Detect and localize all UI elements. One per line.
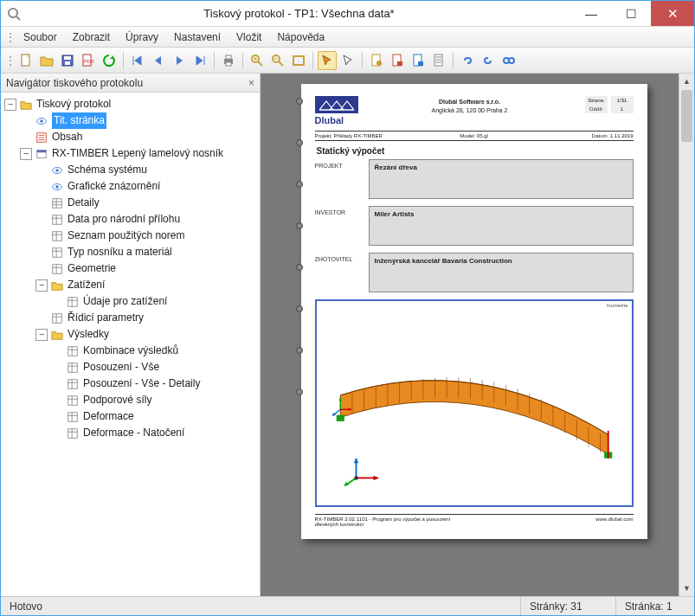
tree-item-posouzeni-detaily[interactable]: Posouzení - Vše - Detaily [4, 375, 258, 392]
scroll-thumb[interactable] [681, 90, 692, 142]
folder-icon [19, 98, 33, 112]
tree-item-geometrie[interactable]: Geometrie [4, 260, 258, 277]
svg-rect-56 [53, 264, 62, 273]
svg-line-12 [258, 61, 262, 66]
tree-item-deformace-natoceni[interactable]: Deformace - Natočení [4, 425, 258, 441]
menu-grip-icon: ⋮ [6, 31, 15, 43]
svg-rect-74 [68, 395, 78, 405]
link-b-button[interactable] [479, 51, 498, 70]
expand-toggle[interactable]: − [4, 99, 16, 111]
tree-item-seznam-norem[interactable]: Seznam použitých norem [4, 228, 258, 244]
navigator-close-button[interactable]: × [248, 77, 254, 89]
nav-last-button[interactable] [190, 51, 209, 70]
open-button[interactable] [37, 51, 56, 70]
nav-first-button[interactable] [128, 51, 147, 70]
isometric-diagram: Izometrie [315, 299, 634, 507]
export-pdf-button[interactable]: PDF [79, 51, 98, 70]
preview-area: Dlubal Dlubal Software s.r.o. Anglická 2… [261, 74, 694, 596]
expand-toggle[interactable]: − [35, 329, 48, 341]
svg-point-40 [55, 169, 59, 172]
doc-b-button[interactable] [388, 51, 407, 70]
tree-item-kombinace[interactable]: Kombinace výsledků [4, 343, 258, 359]
new-button[interactable] [16, 51, 35, 70]
close-button[interactable]: ✕ [651, 1, 694, 26]
scroll-up-button[interactable]: ▲ [679, 74, 694, 89]
zoom-out-button[interactable] [268, 51, 287, 70]
content-area: Navigátor tiskového protokolu × − Tiskov… [1, 74, 694, 596]
svg-text:PDF: PDF [84, 59, 94, 64]
tree-item-posouzeni-vse[interactable]: Posouzení - Vše [4, 359, 258, 375]
nav-next-button[interactable] [170, 51, 189, 70]
svg-point-30 [509, 58, 514, 63]
menu-zobrazit[interactable]: Zobrazit [66, 29, 117, 45]
tree-item-data-narodni[interactable]: Data pro národní přílohu [4, 211, 258, 228]
tree-item-schema[interactable]: Schéma systému [4, 162, 258, 178]
minimize-button[interactable]: — [571, 1, 611, 26]
maximize-button[interactable]: ☐ [611, 1, 651, 26]
status-page: Stránka: 1 [616, 597, 694, 615]
tree-item-typ-nosniku[interactable]: Typ nosníku a materiál [4, 244, 258, 260]
tree-item-ridici-param[interactable]: Řídicí parametry [4, 310, 258, 326]
save-button[interactable] [58, 51, 77, 70]
svg-rect-9 [226, 55, 231, 59]
tree-item-detaily[interactable]: Detaily [4, 195, 258, 211]
tree-root[interactable]: − Tiskový protokol [4, 96, 258, 112]
preview-viewport[interactable]: Dlubal Dlubal Software s.r.o. Anglická 2… [261, 74, 679, 596]
print-button[interactable] [219, 51, 238, 70]
svg-point-115 [354, 476, 358, 480]
svg-point-20 [376, 61, 382, 66]
tree-item-deformace[interactable]: Deformace [4, 408, 258, 425]
window-title: Tiskový protokol - TP1: Všechna data* [27, 7, 571, 20]
tree-item-vysledky[interactable]: −Výsledky [4, 326, 258, 343]
menu-nastaveni[interactable]: Nastavení [167, 29, 228, 45]
tree-item-udaje-zatizeni[interactable]: Údaje pro zatížení [4, 293, 258, 310]
selection-mode-button[interactable] [318, 51, 337, 70]
navigator-tree[interactable]: − Tiskový protokol Tit. stránka Obsah − [1, 93, 260, 596]
section-title: Statický výpočet [315, 141, 634, 159]
binder-holes [296, 98, 303, 504]
navigator-panel: Navigátor tiskového protokolu × − Tiskov… [1, 74, 261, 596]
svg-rect-71 [68, 379, 78, 388]
svg-rect-47 [53, 215, 62, 224]
zoom-fit-button[interactable] [289, 51, 308, 70]
svg-rect-38 [37, 150, 47, 152]
svg-rect-10 [226, 62, 231, 66]
tree-item-tit-stranka[interactable]: Tit. stránka [4, 112, 258, 129]
link-a-button[interactable] [458, 51, 477, 70]
toolbar-separator [362, 52, 363, 69]
app-window: Tiskový protokol - TP1: Všechna data* — … [0, 0, 695, 616]
zoom-in-button[interactable] [248, 51, 267, 70]
tree-item-rx-timber[interactable]: − RX-TIMBER Lepený lamelový nosník [4, 145, 258, 162]
toolbar-grip-icon: ⋮ [6, 55, 15, 67]
table-icon [50, 311, 64, 325]
nav-prev-button[interactable] [149, 51, 168, 70]
table-icon [66, 377, 80, 391]
menu-upravy[interactable]: Úpravy [119, 29, 165, 45]
menu-bar: ⋮ Soubor Zobrazit Úpravy Nastavení Vloži… [1, 27, 694, 48]
svg-rect-22 [397, 61, 402, 66]
tree-item-graficke[interactable]: Grafické znázornění [4, 178, 258, 195]
doc-a-button[interactable] [367, 51, 386, 70]
expand-toggle[interactable]: − [35, 279, 48, 292]
svg-rect-43 [53, 198, 62, 208]
menu-vlozit[interactable]: Vložit [229, 29, 268, 45]
doc-d-button[interactable] [429, 51, 448, 70]
refresh-button[interactable] [100, 51, 119, 70]
menu-napoveda[interactable]: Nápověda [270, 29, 331, 45]
table-icon [50, 262, 64, 276]
doc-c-button[interactable] [409, 51, 428, 70]
status-bar: Hotovo Stránky: 31 Stránka: 1 [1, 596, 694, 615]
tree-item-podporove-sily[interactable]: Podporové síly [4, 392, 258, 408]
table-icon [50, 213, 64, 227]
link-c-button[interactable] [499, 51, 518, 70]
vertical-scrollbar[interactable]: ▲ ▼ [679, 74, 694, 596]
scroll-down-button[interactable]: ▼ [679, 581, 694, 596]
expand-toggle[interactable]: − [20, 148, 32, 160]
navigator-title: Navigátor tiskového protokolu [6, 77, 143, 89]
menu-soubor[interactable]: Soubor [16, 29, 64, 45]
svg-rect-65 [68, 346, 78, 356]
tree-item-zatizeni[interactable]: −Zatížení [4, 277, 258, 293]
pointer-button[interactable] [338, 51, 357, 70]
app-icon [1, 7, 27, 21]
tree-item-obsah[interactable]: Obsah [4, 129, 258, 145]
